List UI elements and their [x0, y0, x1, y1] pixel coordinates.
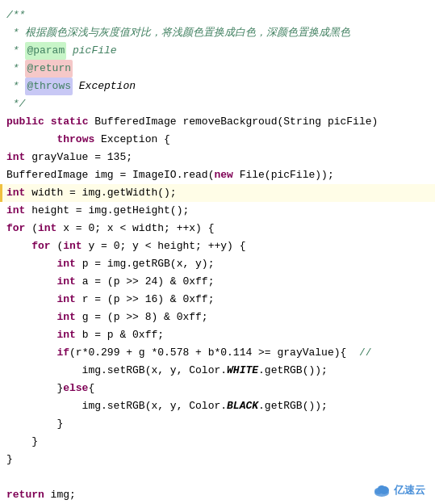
line-20: if(r*0.299 + g *0.578 + b*0.114 >= grayV…: [0, 344, 435, 362]
comment-star-throws: *: [6, 78, 25, 95]
line-16: int a = (p >> 24) & 0xff;: [0, 273, 435, 291]
line-7: public static BufferedImage removeBackgr…: [0, 113, 435, 131]
throws-exception: Exception: [73, 78, 136, 95]
kw-static: static: [51, 113, 89, 131]
comment-star-return: *: [6, 60, 25, 78]
line-15: int p = img.getRGB(x, y);: [0, 255, 435, 273]
kw-throws: throws: [56, 131, 94, 149]
color-black: BLACK: [227, 397, 258, 415]
line-10: BufferedImage img = ImageIO.read(new Fil…: [0, 166, 435, 184]
kw-int-b: int: [56, 326, 75, 344]
annotation-return: @return: [25, 60, 73, 78]
line-8: throws Exception {: [0, 131, 435, 149]
inline-comment-1: //: [359, 344, 372, 362]
line-9: int grayValue = 135;: [0, 149, 435, 166]
comment-chinese: * 根据颜色深浅与灰度值对比，将浅颜色置换成白色，深颜色置换成黑色: [6, 24, 350, 42]
line-6: */: [0, 95, 435, 113]
logo-area: 亿速云: [373, 483, 425, 498]
kw-int-width: int: [6, 184, 25, 202]
kw-int-y: int: [63, 237, 82, 255]
line-1: /**: [0, 6, 435, 24]
comment-star-param: *: [6, 42, 25, 60]
line-2: * 根据颜色深浅与灰度值对比，将浅颜色置换成白色，深颜色置换成黑色: [0, 24, 435, 42]
line-12: int height = img.getHeight();: [0, 202, 435, 220]
line-13: for (int x = 0; x < width; ++x) {: [0, 220, 435, 237]
annotation-throws: @throws: [25, 78, 73, 95]
line-19: int b = p & 0xff;: [0, 326, 435, 344]
kw-public: public: [6, 113, 44, 131]
line-21: img.setRGB(x, y, Color.WHITE.getRGB());: [0, 362, 435, 380]
line-3: * @param picFile: [0, 42, 435, 60]
annotation-param: @param: [25, 42, 66, 60]
kw-int-a: int: [56, 273, 75, 291]
kw-int-g: int: [56, 309, 75, 326]
line-5: * @throws Exception: [0, 78, 435, 95]
code-container: /** * 根据颜色深浅与灰度值对比，将浅颜色置换成白色，深颜色置换成黑色 * …: [0, 0, 435, 504]
kw-int-gray: int: [6, 149, 25, 166]
kw-if: if: [56, 344, 69, 362]
line-11: int width = img.getWidth();: [0, 184, 435, 202]
comment-open: /**: [6, 6, 25, 24]
logo-brand-text: 亿速云: [394, 483, 425, 498]
line-17: int r = (p >> 16) & 0xff;: [0, 291, 435, 309]
line-22: }else{: [0, 380, 435, 397]
kw-int-p: int: [56, 255, 75, 273]
kw-else: else: [63, 380, 88, 397]
kw-for-y: for: [31, 237, 50, 255]
line-28: return img;: [0, 486, 435, 504]
line-18: int g = (p >> 8) & 0xff;: [0, 309, 435, 326]
comment-close: */: [6, 95, 25, 113]
line-25: }: [0, 433, 435, 451]
line-23: img.setRGB(x, y, Color.BLACK.getRGB());: [0, 397, 435, 415]
svg-point-3: [378, 485, 386, 492]
kw-int-r: int: [56, 291, 75, 309]
color-white: WHITE: [227, 362, 258, 380]
logo-cloud-icon: [373, 483, 391, 498]
line-27: [0, 468, 435, 486]
line-4: * @return: [0, 60, 435, 78]
line-14: for (int y = 0; y < height; ++y) {: [0, 237, 435, 255]
kw-for-x: for: [6, 220, 25, 237]
kw-new: new: [214, 166, 232, 184]
param-name: picFile: [66, 42, 116, 60]
line-24: }: [0, 415, 435, 433]
kw-int-x: int: [38, 220, 56, 237]
line-26: }: [0, 451, 435, 468]
kw-return: return: [6, 486, 44, 504]
kw-int-height: int: [6, 202, 25, 220]
